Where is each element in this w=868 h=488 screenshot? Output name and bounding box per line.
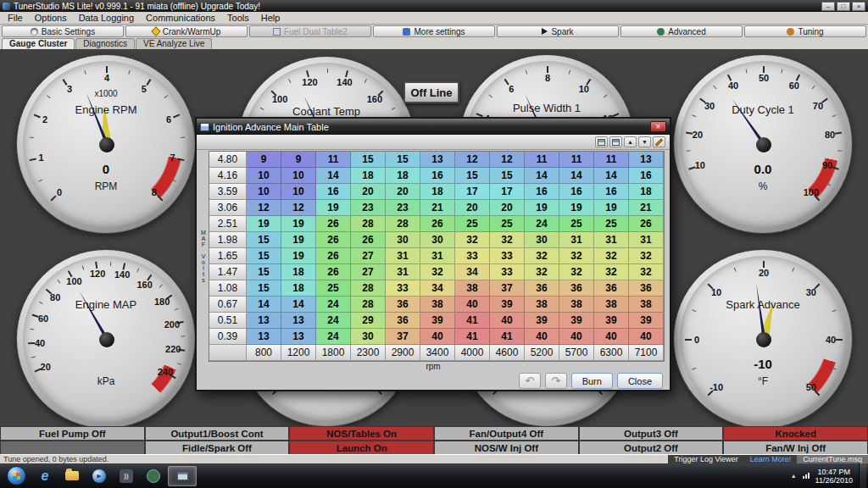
table-cell[interactable]: 9 — [281, 152, 316, 168]
table-cell[interactable]: 18 — [281, 264, 316, 280]
table-cell[interactable]: 31 — [559, 232, 594, 248]
table-cell[interactable]: 25 — [455, 216, 490, 232]
trigger-log-viewer-button[interactable]: Trigger Log Viewer — [668, 455, 744, 463]
table-cell[interactable]: 11 — [525, 152, 559, 168]
table-cell[interactable]: 28 — [351, 297, 386, 313]
table-cell[interactable]: 12 — [247, 200, 281, 216]
table-cell[interactable]: 29 — [351, 313, 386, 329]
network-icon[interactable] — [803, 473, 810, 479]
table-cell[interactable]: 28 — [351, 216, 386, 232]
table-cell[interactable]: 39 — [490, 297, 525, 313]
gauge-spark-advance[interactable]: -1001020304050Spark Advance-10°F — [673, 249, 853, 426]
table-cell[interactable]: 38 — [420, 297, 455, 313]
table-cell[interactable]: 15 — [490, 168, 525, 184]
table-cell[interactable]: 38 — [525, 297, 559, 313]
table-cell[interactable]: 17 — [490, 184, 525, 200]
table-cell[interactable]: 30 — [420, 232, 455, 248]
close-button[interactable]: × — [852, 2, 865, 11]
table-cell[interactable]: 18 — [386, 168, 420, 184]
table-cell[interactable]: 34 — [420, 280, 455, 297]
table-cell[interactable]: 12 — [455, 152, 490, 168]
table-cell[interactable]: 37 — [386, 329, 420, 345]
table-cell[interactable]: 14 — [559, 168, 594, 184]
table-cell[interactable]: 25 — [490, 216, 525, 232]
table-cell[interactable]: 36 — [386, 313, 420, 329]
table-cell[interactable]: 19 — [525, 200, 559, 216]
taskbar-clock[interactable]: 10:47 PM 11/26/2010 — [815, 468, 853, 485]
table-cell[interactable]: 30 — [525, 232, 559, 248]
table-cell[interactable]: 32 — [629, 248, 664, 264]
table-cell[interactable]: 14 — [525, 168, 559, 184]
table-cell[interactable]: 20 — [490, 200, 525, 216]
burn-button[interactable]: Burn — [571, 373, 613, 389]
table-cell[interactable]: 15 — [247, 232, 281, 248]
table-cell[interactable]: 20 — [455, 200, 490, 216]
table-cell[interactable]: 38 — [455, 280, 490, 297]
table-cell[interactable]: 15 — [386, 152, 420, 168]
table-cell[interactable]: 32 — [490, 232, 525, 248]
table-cell[interactable]: 32 — [594, 248, 629, 264]
gauge-engine-map[interactable]: 20406080100120140160180200220240Engine M… — [16, 249, 196, 426]
table-cell[interactable]: 27 — [351, 248, 386, 264]
menu-file[interactable]: File — [2, 13, 29, 23]
table-cell[interactable]: 28 — [351, 280, 386, 297]
table-cell[interactable]: 36 — [386, 297, 420, 313]
table-cell[interactable]: 26 — [316, 232, 351, 248]
table-cell[interactable]: 11 — [594, 152, 629, 168]
table-cell[interactable]: 18 — [629, 184, 664, 200]
table-cell[interactable]: 26 — [316, 216, 351, 232]
table-cell[interactable]: 32 — [455, 232, 490, 248]
table-cell[interactable]: 24 — [316, 313, 351, 329]
crank-warmup-button[interactable]: Crank/WarmUp — [125, 25, 248, 37]
table-cell[interactable]: 36 — [629, 280, 664, 297]
table-cell[interactable]: 25 — [559, 216, 594, 232]
table-cell[interactable]: 11 — [559, 152, 594, 168]
table-cell[interactable]: 13 — [247, 313, 281, 329]
table-cell[interactable]: 14 — [281, 297, 316, 313]
table-cell[interactable]: 16 — [316, 184, 351, 200]
table-cell[interactable]: 32 — [594, 264, 629, 280]
table-cell[interactable]: 15 — [351, 152, 386, 168]
mixer-app-button[interactable] — [141, 466, 166, 486]
table-cell[interactable]: 14 — [594, 168, 629, 184]
table-cell[interactable]: 39 — [525, 313, 559, 329]
table-cell[interactable]: 31 — [594, 232, 629, 248]
tab-ve-analyze-live[interactable]: VE Analyze Live — [136, 38, 212, 49]
table-cell[interactable]: 34 — [455, 264, 490, 280]
table-cell[interactable]: 41 — [455, 313, 490, 329]
table-cell[interactable]: 19 — [247, 216, 281, 232]
table-cell[interactable]: 26 — [629, 216, 664, 232]
table-cell[interactable]: 40 — [629, 329, 664, 345]
edit-cell-button[interactable] — [653, 136, 665, 147]
table-cell[interactable]: 12 — [281, 200, 316, 216]
table-3d-view-button[interactable] — [609, 136, 622, 147]
table-cell[interactable]: 23 — [351, 200, 386, 216]
table-cell[interactable]: 28 — [386, 216, 420, 232]
undo-button[interactable]: ↶ — [519, 373, 541, 389]
table-cell[interactable]: 15 — [247, 248, 281, 264]
table-cell[interactable]: 11 — [316, 152, 351, 168]
table-cell[interactable]: 16 — [559, 184, 594, 200]
table-cell[interactable]: 10 — [247, 168, 281, 184]
table-cell[interactable]: 19 — [281, 232, 316, 248]
more-settings-button[interactable]: More settings — [373, 25, 495, 37]
media-player-button[interactable]: ▶ — [86, 466, 112, 486]
table-cell[interactable]: 40 — [559, 329, 594, 345]
redo-button[interactable]: ↷ — [545, 373, 567, 389]
start-button[interactable] — [7, 466, 26, 485]
table-cell[interactable]: 19 — [594, 200, 629, 216]
table-cell[interactable]: 15 — [247, 280, 281, 297]
table-cell[interactable]: 41 — [490, 329, 525, 345]
table-cell[interactable]: 40 — [455, 297, 490, 313]
tab-gauge-cluster[interactable]: Gauge Cluster — [2, 38, 75, 49]
table-cell[interactable]: 33 — [455, 248, 490, 264]
table-cell[interactable]: 37 — [490, 280, 525, 297]
browser-icon[interactable]: e — [32, 466, 58, 486]
table-cell[interactable]: 19 — [559, 200, 594, 216]
table-cell[interactable]: 26 — [351, 232, 386, 248]
close-table-button[interactable]: Close — [617, 373, 663, 389]
table-cell[interactable]: 12 — [490, 152, 525, 168]
table-cell[interactable]: 19 — [281, 216, 316, 232]
tuning-button[interactable]: Tuning — [744, 25, 866, 37]
menu-communications[interactable]: Communications — [140, 13, 221, 23]
